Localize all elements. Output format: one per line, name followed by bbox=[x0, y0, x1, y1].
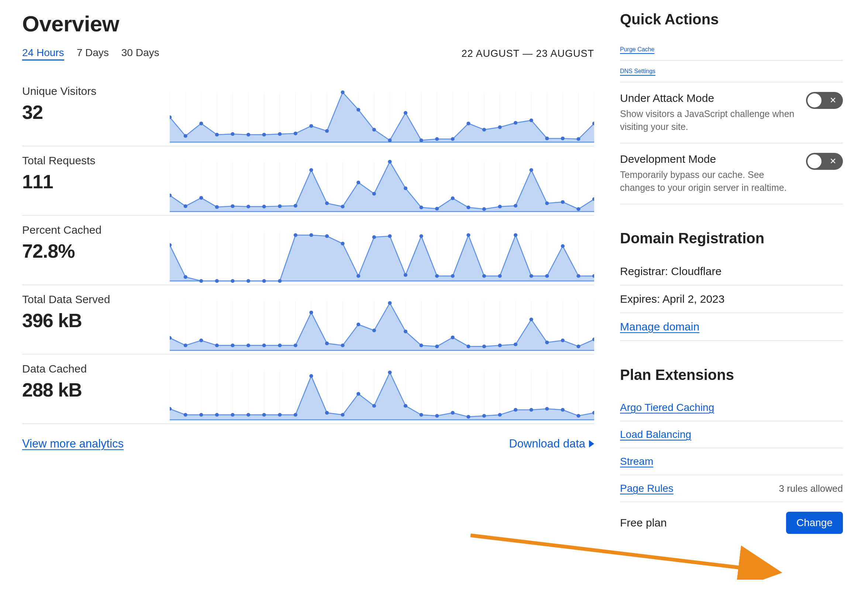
svg-point-151 bbox=[294, 233, 297, 237]
registrar-label: Registrar: Cloudflare bbox=[620, 258, 843, 285]
svg-point-101 bbox=[404, 186, 407, 190]
svg-point-109 bbox=[530, 169, 533, 172]
sparkline-chart bbox=[170, 362, 594, 423]
purge-cache-link[interactable]: Purge Cache bbox=[620, 46, 654, 52]
dns-settings-link[interactable]: DNS Settings bbox=[620, 68, 655, 74]
svg-point-225 bbox=[561, 339, 565, 342]
svg-point-87 bbox=[184, 204, 187, 208]
svg-point-161 bbox=[451, 274, 455, 278]
metric-label: Unique Visitors bbox=[22, 85, 170, 98]
svg-point-160 bbox=[435, 274, 439, 278]
svg-point-222 bbox=[514, 343, 517, 346]
page-rules-link[interactable]: Page Rules bbox=[620, 482, 673, 494]
svg-point-201 bbox=[184, 344, 187, 347]
svg-point-208 bbox=[294, 344, 297, 347]
svg-point-30 bbox=[184, 134, 187, 138]
svg-point-268 bbox=[341, 413, 344, 417]
svg-point-97 bbox=[341, 205, 344, 208]
stream-link[interactable]: Stream bbox=[620, 455, 653, 467]
svg-point-264 bbox=[278, 413, 282, 417]
metric-value: 396 kB bbox=[22, 309, 170, 331]
expires-label: Expires: April 2, 2023 bbox=[620, 285, 843, 313]
svg-point-226 bbox=[576, 345, 580, 348]
svg-point-272 bbox=[404, 404, 407, 408]
domain-registration-heading: Domain Registration bbox=[620, 230, 843, 247]
svg-point-48 bbox=[466, 121, 470, 125]
svg-point-37 bbox=[294, 132, 297, 135]
svg-point-211 bbox=[341, 344, 344, 347]
tab-24-hours[interactable]: 24 Hours bbox=[22, 47, 64, 61]
svg-point-146 bbox=[215, 279, 219, 283]
svg-point-164 bbox=[498, 274, 502, 278]
sparkline-chart bbox=[170, 293, 594, 354]
svg-point-276 bbox=[466, 415, 470, 419]
svg-point-149 bbox=[262, 279, 266, 283]
svg-point-100 bbox=[388, 160, 391, 164]
svg-point-206 bbox=[262, 344, 266, 347]
svg-point-46 bbox=[435, 138, 439, 141]
svg-point-162 bbox=[466, 233, 470, 237]
metric-row: Data Cached288 kB bbox=[22, 355, 594, 424]
svg-point-212 bbox=[356, 323, 360, 326]
svg-point-150 bbox=[278, 279, 282, 283]
svg-point-278 bbox=[498, 413, 502, 417]
svg-point-280 bbox=[530, 408, 533, 412]
argo-tiered-caching-link[interactable]: Argo Tiered Caching bbox=[620, 402, 714, 414]
svg-point-105 bbox=[466, 206, 470, 209]
metric-label: Data Cached bbox=[22, 362, 170, 375]
quick-actions-heading: Quick Actions bbox=[620, 11, 843, 28]
svg-point-263 bbox=[262, 413, 266, 417]
svg-point-102 bbox=[419, 206, 423, 209]
metric-label: Percent Cached bbox=[22, 224, 170, 236]
current-plan-label: Free plan bbox=[620, 516, 667, 529]
download-data-link[interactable]: Download data bbox=[509, 437, 594, 450]
development-mode-title: Development Mode bbox=[620, 153, 795, 166]
svg-point-98 bbox=[356, 180, 360, 184]
under-attack-mode-toggle[interactable]: ✕ bbox=[806, 92, 843, 109]
svg-point-52 bbox=[530, 118, 533, 122]
svg-point-168 bbox=[561, 244, 565, 248]
svg-point-104 bbox=[451, 197, 455, 200]
svg-point-274 bbox=[435, 414, 439, 418]
svg-point-219 bbox=[466, 345, 470, 348]
x-icon: ✕ bbox=[830, 157, 836, 166]
svg-point-107 bbox=[498, 205, 502, 208]
svg-point-167 bbox=[545, 274, 549, 278]
tab-30-days[interactable]: 30 Days bbox=[121, 47, 159, 61]
svg-point-265 bbox=[294, 413, 297, 417]
download-data-label: Download data bbox=[509, 437, 585, 450]
x-icon: ✕ bbox=[830, 96, 836, 105]
svg-point-103 bbox=[435, 207, 439, 210]
svg-point-279 bbox=[514, 408, 517, 412]
svg-point-55 bbox=[576, 138, 580, 141]
svg-point-39 bbox=[325, 129, 329, 133]
svg-point-38 bbox=[309, 124, 313, 128]
svg-point-106 bbox=[482, 207, 486, 211]
metric-value: 111 bbox=[22, 171, 170, 193]
svg-point-271 bbox=[388, 371, 391, 374]
svg-point-31 bbox=[199, 121, 203, 125]
svg-point-216 bbox=[419, 344, 423, 347]
development-mode-toggle[interactable]: ✕ bbox=[806, 153, 843, 170]
svg-point-143 bbox=[170, 243, 171, 247]
svg-point-205 bbox=[247, 344, 250, 347]
svg-point-44 bbox=[404, 111, 407, 115]
tab-7-days[interactable]: 7 Days bbox=[77, 47, 109, 61]
svg-point-202 bbox=[199, 339, 203, 342]
sparkline-chart bbox=[170, 224, 594, 285]
metric-row: Total Requests111 bbox=[22, 146, 594, 216]
svg-point-220 bbox=[482, 345, 486, 348]
svg-point-273 bbox=[419, 413, 423, 417]
svg-point-169 bbox=[576, 274, 580, 278]
svg-point-95 bbox=[309, 169, 313, 172]
change-plan-button[interactable]: Change bbox=[786, 512, 843, 534]
sparkline-chart bbox=[170, 154, 594, 215]
svg-point-214 bbox=[388, 301, 391, 305]
plan-extensions-heading: Plan Extensions bbox=[620, 367, 843, 383]
svg-point-53 bbox=[545, 137, 549, 140]
svg-point-210 bbox=[325, 342, 329, 345]
manage-domain-link[interactable]: Manage domain bbox=[620, 321, 699, 333]
load-balancing-link[interactable]: Load Balancing bbox=[620, 429, 691, 441]
page-title: Overview bbox=[22, 11, 594, 37]
view-more-analytics-link[interactable]: View more analytics bbox=[22, 437, 124, 450]
